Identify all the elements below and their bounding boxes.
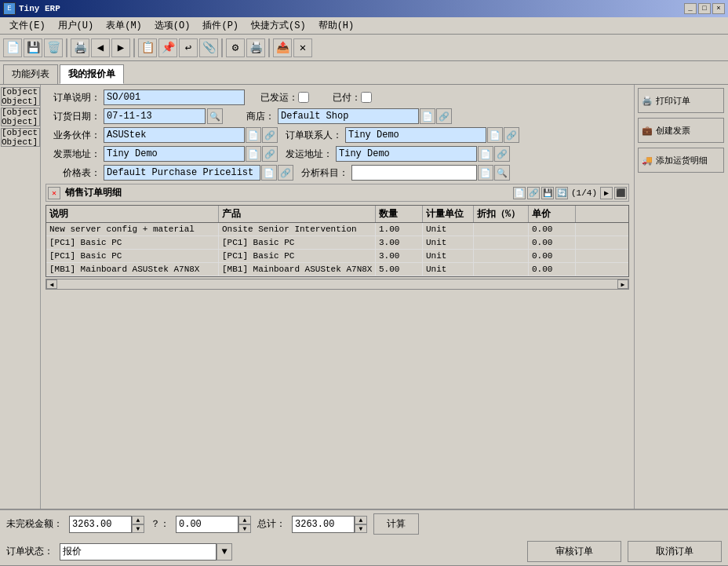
link-line-icon[interactable]: 🔗 [527,187,540,199]
analytics-copy-icon[interactable]: 📄 [478,165,493,181]
new-button[interactable]: 📄 [3,38,22,57]
minimize-button[interactable]: _ [684,3,697,14]
partner-link-icon[interactable]: 🔗 [262,127,278,143]
forward-button[interactable]: ▶ [111,38,130,57]
order-status-row: 订单状态： ▼ 审核订单 取消订单 [0,538,728,565]
horizontal-scrollbar[interactable]: ◀ ▶ [46,279,629,290]
total-input[interactable] [292,516,355,533]
create-invoice-button[interactable]: 💼 创建发票 [638,118,724,143]
table-row[interactable]: [MB1] Mainboard ASUStek A7N8X [MB1] Main… [46,263,628,276]
calc-button[interactable]: 计算 [373,513,419,535]
printer-icon: 🖨️ [642,96,653,106]
ship-addr-label: 发运地址： [286,148,333,161]
row3-desc: [PC1] Basic PC [46,250,219,262]
add-shipping-button[interactable]: 🚚 添加运货明细 [638,148,724,173]
pricelist-link-icon[interactable]: 🔗 [278,165,293,181]
status-dropdown-icon[interactable]: ▼ [217,543,232,561]
partner-copy-icon[interactable]: 📄 [246,127,261,143]
order-desc-input[interactable] [104,89,245,105]
shop-copy-icon[interactable]: 📄 [420,108,435,124]
question-input-group: ▲ ▼ [176,516,251,533]
close2-button[interactable]: ✕ [293,38,312,57]
print2-button[interactable]: 🖨️ [246,38,265,57]
col-discount: 折扣（%） [474,206,529,222]
ship-addr-input[interactable] [336,146,477,162]
menu-file[interactable]: 文件(E) [3,17,52,34]
undo-button[interactable]: ↩ [179,38,198,57]
untaxed-down-icon[interactable]: ▼ [132,524,144,533]
scroll-right-icon[interactable]: ▶ [617,279,628,289]
order-lines-title: 销售订单明细 [65,186,122,199]
pricelist-row: 价格表： 📄 🔗 分析科目： 📄 🔍 [46,165,629,181]
partner-input[interactable] [104,127,245,143]
analytics-search-icon[interactable]: 🔍 [494,165,510,181]
invoice-copy-icon[interactable]: 📄 [246,146,261,162]
menu-user[interactable]: 用户(U) [52,17,100,34]
question-down-icon[interactable]: ▼ [238,524,251,533]
delete-button[interactable]: 🗑️ [44,38,63,57]
shop-input[interactable] [278,108,419,124]
bottom-area: 未完税金额： ▲ ▼ ？： ▲ ▼ 总计： ▲ ▼ 计算 订单 [0,509,728,565]
tab-my-quotation[interactable]: 我的报价单 [60,64,124,84]
copy-button[interactable]: 📋 [138,38,157,57]
paste-button[interactable]: 📌 [158,38,177,57]
delivery-date-input[interactable] [104,108,206,124]
status-input[interactable] [60,543,217,561]
cancel-icon[interactable]: ✕ [48,187,60,199]
save-line-icon[interactable]: 💾 [541,187,554,199]
row2-desc: [PC1] Basic PC [46,236,219,249]
cancel-order-button[interactable]: 取消订单 [628,541,722,562]
invoice-link-icon[interactable]: 🔗 [262,146,278,162]
contact-link-icon[interactable]: 🔗 [504,127,519,143]
maximize-button[interactable]: □ [698,3,711,14]
print-order-button[interactable]: 🖨️ 打印订单 [638,88,724,113]
settings-button[interactable]: ⚙️ [226,38,245,57]
table-row[interactable]: New server config + material Onsite Seni… [46,223,628,236]
shipped-checkbox[interactable] [298,92,309,103]
date-picker-icon[interactable]: 🔍 [207,108,223,124]
close-button[interactable]: × [712,3,725,14]
ship-copy-icon[interactable]: 📄 [478,146,493,162]
row1-qty: 1.00 [376,223,423,236]
expand-icon[interactable]: ⬛ [614,187,627,199]
scroll-left-icon[interactable]: ◀ [46,279,57,289]
tab-function-list[interactable]: 功能列表 [3,64,58,84]
invoice-addr-input[interactable] [104,146,245,162]
shop-link-icon[interactable]: 🔗 [436,108,452,124]
add-line-icon[interactable]: 📄 [513,187,526,199]
contact-copy-icon[interactable]: 📄 [487,127,503,143]
menu-help[interactable]: 帮助(H) [312,17,361,34]
print-button[interactable]: 🖨️ [71,38,89,57]
table-row[interactable]: [PC1] Basic PC [PC1] Basic PC 3.00 Unit … [46,236,628,250]
confirm-order-button[interactable]: 审核订单 [527,541,621,562]
menu-plugins[interactable]: 插件(P) [196,17,245,34]
sidebar-history[interactable]: [object Object] [1,128,40,147]
total-down-icon[interactable]: ▼ [355,524,367,533]
pricelist-input[interactable] [104,165,260,181]
menu-options[interactable]: 选项(O) [148,17,197,34]
export-button[interactable]: 📤 [273,38,292,57]
attach-button[interactable]: 📎 [199,38,218,57]
save-button[interactable]: 💾 [24,38,42,57]
row1-product: Onsite Senior Intervention [219,223,376,236]
untaxed-up-icon[interactable]: ▲ [132,516,144,524]
question-input[interactable] [176,516,238,533]
menu-table[interactable]: 表单(M) [100,17,148,34]
menu-shortcuts[interactable]: 快捷方式(S) [245,17,312,34]
total-up-icon[interactable]: ▲ [355,516,367,524]
question-up-icon[interactable]: ▲ [238,516,251,524]
ship-link-icon[interactable]: 🔗 [494,146,510,162]
refresh-icon[interactable]: 🔄 [555,187,568,199]
pagination-label: (1/4) [571,188,597,198]
untaxed-input[interactable] [69,516,132,533]
sidebar-sales-order[interactable]: [object Object] [1,87,40,106]
paid-checkbox[interactable] [361,92,372,103]
pricelist-copy-icon[interactable]: 📄 [261,165,277,181]
row1-uom: Unit [423,223,474,236]
sidebar-other-data[interactable]: [object Object] [1,108,40,126]
table-row[interactable]: [PC1] Basic PC [PC1] Basic PC 3.00 Unit … [46,250,628,263]
back-button[interactable]: ◀ [91,38,110,57]
nav-next-icon[interactable]: ▶ [600,187,613,199]
analytics-input[interactable] [351,165,477,181]
contact-input[interactable] [345,127,486,143]
